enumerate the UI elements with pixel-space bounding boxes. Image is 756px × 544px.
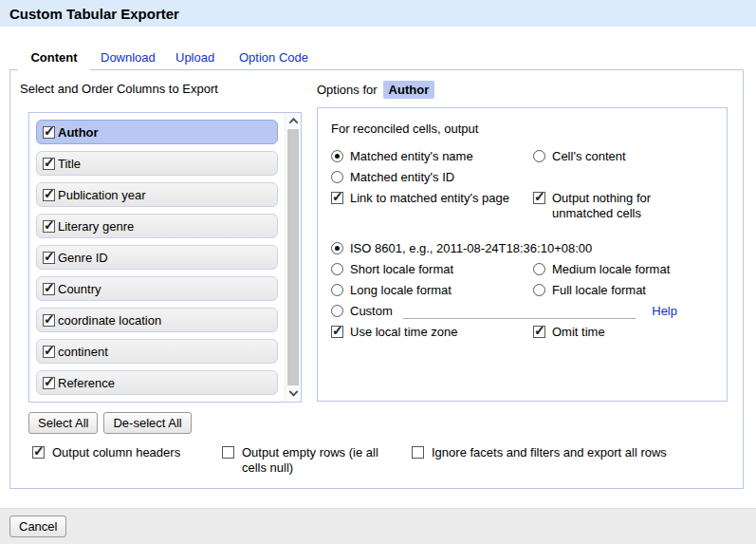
column-items: Author Title Publication year Literary g…	[29, 113, 285, 402]
radio-matched-id-glyph[interactable]	[331, 171, 343, 183]
scroll-thumb[interactable]	[287, 129, 299, 385]
output-empty-rows-option[interactable]: Output empty rows (ie all cells null)	[222, 445, 395, 476]
column-label: Country	[58, 282, 101, 296]
column-item-country[interactable]: Country	[36, 276, 278, 301]
options-panel-box: For reconciled cells, output Matched ent…	[317, 107, 728, 402]
custom-format-input[interactable]	[403, 304, 636, 319]
reconciled-heading: For reconciled cells, output	[331, 122, 713, 136]
options-column-badge: Author	[383, 81, 435, 99]
deselect-all-button[interactable]: De-select All	[103, 412, 191, 434]
radio-custom-row[interactable]: Custom Help	[331, 304, 713, 319]
column-item-publication-year[interactable]: Publication year	[36, 182, 278, 207]
column-checkbox[interactable]	[43, 377, 55, 389]
checkbox-link-matched-page-glyph[interactable]	[331, 192, 343, 204]
checkbox-output-nothing-unmatched-label: Output nothing for unmatched cells	[552, 191, 713, 221]
radio-full-locale[interactable]: Full locale format	[533, 283, 713, 298]
scroll-up-button[interactable]	[286, 113, 301, 128]
column-item-literary-genre[interactable]: Literary genre	[36, 214, 278, 238]
column-label: Author	[58, 125, 99, 140]
column-label: Title	[58, 157, 81, 171]
checkbox-link-matched-page-label: Link to matched entity's page	[350, 191, 509, 206]
column-item-genre-id[interactable]: Genre ID	[36, 245, 278, 270]
column-item-title[interactable]: Title	[36, 151, 278, 176]
checkbox-omit-time-label: Omit time	[552, 325, 605, 340]
radio-matched-name-glyph[interactable]	[331, 150, 343, 162]
radio-long-locale-glyph[interactable]	[331, 284, 343, 296]
options-heading-prefix: Options for	[317, 83, 378, 97]
tab-option-code[interactable]: Option Code	[239, 50, 308, 65]
chevron-down-icon	[288, 386, 298, 396]
dialog-footer: Cancel	[0, 508, 756, 544]
checkbox-use-local-timezone[interactable]: Use local time zone	[331, 325, 533, 340]
chevron-up-icon	[288, 117, 298, 126]
radio-short-locale[interactable]: Short locale format	[331, 262, 533, 277]
output-empty-rows-label: Output empty rows (ie all cells null)	[242, 445, 395, 476]
checkbox-use-local-timezone-label: Use local time zone	[350, 325, 457, 340]
column-label: continent	[58, 345, 108, 359]
radio-full-locale-glyph[interactable]	[533, 284, 545, 296]
cancel-button[interactable]: Cancel	[9, 516, 66, 537]
column-label: Reference	[58, 376, 115, 390]
radio-matched-name[interactable]: Matched entity's name	[331, 149, 533, 164]
tab-download[interactable]: Download	[101, 50, 156, 65]
column-item-continent[interactable]: continent	[36, 339, 278, 364]
column-checkbox[interactable]	[43, 158, 55, 170]
column-item-reference[interactable]: Reference	[36, 370, 278, 395]
select-all-button[interactable]: Select All	[28, 412, 98, 434]
ignore-facets-checkbox[interactable]	[412, 446, 424, 459]
column-list-scrollbar[interactable]	[285, 113, 301, 402]
column-checkbox[interactable]	[43, 126, 55, 139]
columns-heading: Select and Order Columns to Export	[20, 82, 218, 96]
options-heading: Options for Author	[317, 81, 434, 99]
column-label: Literary genre	[58, 219, 134, 234]
output-empty-rows-checkbox[interactable]	[222, 446, 234, 459]
radio-full-locale-label: Full locale format	[552, 283, 646, 298]
checkbox-omit-time[interactable]: Omit time	[533, 325, 713, 340]
dialog-header: Custom Tabular Exporter	[0, 0, 756, 27]
radio-cells-content-glyph[interactable]	[533, 150, 545, 162]
checkbox-link-matched-page[interactable]: Link to matched entity's page	[331, 191, 533, 221]
radio-medium-locale[interactable]: Medium locale format	[533, 262, 713, 277]
radio-custom-glyph[interactable]	[331, 305, 343, 317]
help-link[interactable]: Help	[652, 304, 677, 319]
checkbox-omit-time-glyph[interactable]	[533, 326, 545, 338]
output-column-headers-option[interactable]: Output column headers	[32, 445, 180, 460]
column-label: Publication year	[58, 188, 146, 202]
radio-iso-8601-label: ISO 8601, e.g., 2011-08-24T18:36:10+08:0…	[350, 241, 592, 256]
column-checkbox[interactable]	[43, 283, 55, 295]
radio-long-locale[interactable]: Long locale format	[331, 283, 533, 298]
radio-medium-locale-glyph[interactable]	[533, 263, 545, 275]
radio-matched-name-label: Matched entity's name	[350, 149, 473, 164]
ignore-facets-option[interactable]: Ignore facets and filters and export all…	[412, 445, 667, 460]
column-item-author[interactable]: Author	[36, 120, 278, 144]
column-checkbox[interactable]	[43, 314, 55, 327]
column-label: coordinate location	[58, 313, 161, 328]
column-item-coordinate-location[interactable]: coordinate location	[36, 308, 278, 332]
output-column-headers-checkbox[interactable]	[32, 446, 45, 459]
ignore-facets-label: Ignore facets and filters and export all…	[432, 445, 667, 460]
dialog-title: Custom Tabular Exporter	[9, 6, 179, 22]
checkbox-output-nothing-unmatched[interactable]: Output nothing for unmatched cells	[533, 191, 713, 221]
radio-custom-label: Custom	[350, 304, 393, 319]
checkbox-use-local-timezone-glyph[interactable]	[331, 326, 343, 338]
radio-short-locale-glyph[interactable]	[331, 263, 343, 275]
radio-long-locale-label: Long locale format	[350, 283, 452, 298]
column-checkbox[interactable]	[43, 189, 55, 201]
content-panel: Select and Order Columns to Export Autho…	[9, 69, 744, 489]
tab-upload[interactable]: Upload	[175, 50, 214, 65]
radio-iso-8601[interactable]: ISO 8601, e.g., 2011-08-24T18:36:10+08:0…	[331, 241, 713, 256]
checkbox-output-nothing-unmatched-glyph[interactable]	[533, 192, 545, 204]
column-checkbox[interactable]	[43, 220, 55, 233]
radio-matched-id-label: Matched entity's ID	[350, 170, 454, 185]
column-checkbox[interactable]	[43, 346, 55, 358]
tab-content[interactable]: Content	[18, 45, 90, 70]
radio-medium-locale-label: Medium locale format	[552, 262, 670, 277]
radio-cells-content-label: Cell's content	[552, 149, 626, 164]
column-checkbox[interactable]	[43, 252, 55, 264]
radio-iso-8601-glyph[interactable]	[331, 242, 343, 254]
output-column-headers-label: Output column headers	[52, 445, 180, 460]
scroll-down-button[interactable]	[286, 386, 301, 402]
radio-matched-id[interactable]: Matched entity's ID	[331, 170, 533, 185]
radio-cells-content[interactable]: Cell's content	[533, 149, 713, 164]
tab-content-label: Content	[30, 50, 77, 65]
